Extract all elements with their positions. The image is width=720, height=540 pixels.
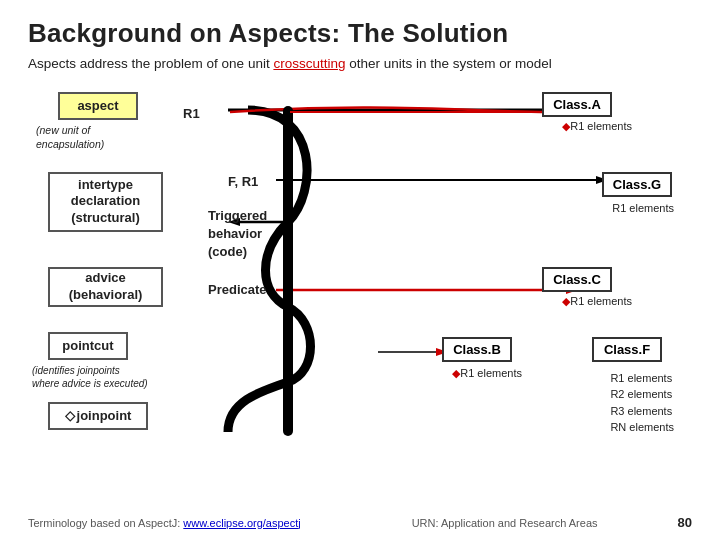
footer-left: Terminology based on AspectJ: www.eclips…	[28, 517, 301, 529]
footer: Terminology based on AspectJ: www.eclips…	[0, 515, 720, 530]
r1-classC-label: ◆R1 elements	[562, 295, 632, 308]
r1-classF-multi-label: R1 elementsR2 elementsR3 elementsRN elem…	[610, 370, 674, 436]
aspectj-link[interactable]: www.eclipse.org/aspectj	[183, 517, 300, 529]
r1-classG-label: R1 elements	[612, 202, 674, 214]
r1-classA-text: R1 elements	[570, 120, 632, 132]
intertype-box: intertypedeclaration(structural)	[48, 172, 163, 232]
diagram-area: aspect (new unit ofencapsulation) intert…	[28, 92, 692, 452]
urn-text: URN: Application and Research Areas	[412, 517, 598, 529]
crosscutting-word: crosscutting	[273, 56, 345, 71]
predicate-label: Predicate	[208, 282, 267, 297]
aspect-box: aspect	[58, 92, 138, 120]
r1-classC-text: R1 elements	[570, 295, 632, 307]
terminology-text: Terminology based on AspectJ:	[28, 517, 183, 529]
slide-subtitle: Aspects address the problem of one unit …	[28, 55, 692, 74]
svg-rect-6	[283, 106, 293, 436]
r1-label-mid: R1	[183, 106, 200, 121]
triggered-label: Triggeredbehavior(code)	[208, 207, 267, 262]
classG-box: Class.G	[602, 172, 672, 197]
slide-title: Background on Aspects: The Solution	[28, 18, 692, 49]
slide: Background on Aspects: The Solution Aspe…	[0, 0, 720, 540]
fR1-label: F, R1	[228, 174, 258, 189]
subtitle-before: Aspects address the problem of one unit	[28, 56, 273, 71]
joinpoint-diamond: ◇	[65, 408, 75, 423]
classC-box: Class.C	[542, 267, 612, 292]
r1-classB-text: R1 elements	[460, 367, 522, 379]
subtitle-after: other units in the system or model	[345, 56, 551, 71]
page-number: 80	[678, 515, 692, 530]
pointcut-box: pointcut	[48, 332, 128, 360]
classB-box: Class.B	[442, 337, 512, 362]
joinpoint-label: joinpoint	[77, 408, 132, 423]
new-unit-label: (new unit ofencapsulation)	[36, 124, 136, 151]
joinpoint-box: ◇ joinpoint	[48, 402, 148, 430]
classA-box: Class.A	[542, 92, 612, 117]
advice-box: advice(behavioral)	[48, 267, 163, 307]
identifies-label: (identifies joinpointswhere advice is ex…	[32, 364, 152, 390]
r1-classB-label: ◆R1 elements	[452, 367, 522, 380]
footer-right: URN: Application and Research Areas 80	[412, 515, 692, 530]
classF-box: Class.F	[592, 337, 662, 362]
r1-classA-label: ◆R1 elements	[562, 120, 632, 133]
